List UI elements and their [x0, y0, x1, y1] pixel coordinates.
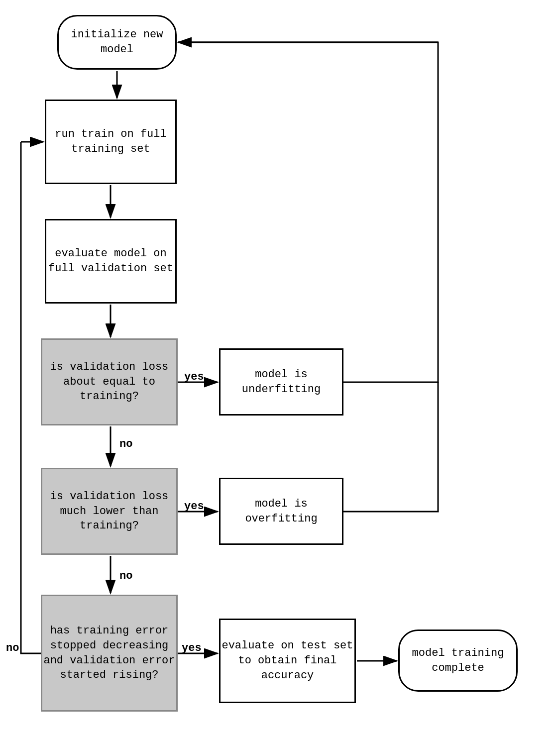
initialize-label: initialize new model — [59, 27, 175, 57]
validation-lower-label: is validation loss much lower than train… — [42, 489, 176, 533]
evaluate-test-label: evaluate on test set to obtain final acc… — [221, 638, 354, 683]
training-stopped-label: has training error stopped decreasing an… — [42, 624, 176, 683]
underfitting-node: model is underfitting — [219, 348, 343, 416]
yes2-label: yes — [184, 500, 204, 513]
model-complete-node: model training complete — [398, 630, 518, 692]
no1-label: no — [119, 438, 132, 450]
yes3-label: yes — [182, 642, 202, 654]
no3-label: no — [6, 642, 19, 654]
evaluate-model-label: evaluate model on full validation set — [46, 246, 175, 276]
underfitting-label: model is underfitting — [221, 367, 342, 397]
model-complete-label: model training complete — [400, 646, 516, 675]
validation-equal-node: is validation loss about equal to traini… — [41, 338, 178, 425]
overfitting-label: model is overfitting — [221, 497, 342, 526]
run-train-label: run train on full training set — [46, 127, 175, 156]
initialize-new-model-node: initialize new model — [57, 15, 177, 70]
training-stopped-node: has training error stopped decreasing an… — [41, 595, 178, 712]
overfitting-node: model is overfitting — [219, 478, 343, 545]
validation-lower-node: is validation loss much lower than train… — [41, 468, 178, 555]
run-train-node: run train on full training set — [45, 100, 177, 184]
evaluate-model-node: evaluate model on full validation set — [45, 219, 177, 304]
validation-equal-label: is validation loss about equal to traini… — [42, 360, 176, 404]
no2-label: no — [119, 570, 132, 582]
evaluate-test-node: evaluate on test set to obtain final acc… — [219, 619, 356, 703]
yes1-label: yes — [184, 371, 204, 383]
